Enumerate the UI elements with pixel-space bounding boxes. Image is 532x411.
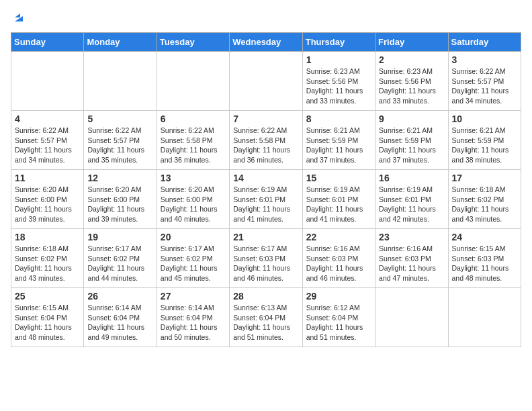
weekday-header-monday: Monday	[84, 33, 157, 52]
day-number: 4	[15, 113, 80, 124]
day-number: 5	[87, 113, 152, 124]
logo	[11, 11, 26, 24]
day-info: Sunrise: 6:22 AM Sunset: 5:58 PM Dayligh…	[161, 126, 218, 164]
day-number: 9	[379, 113, 444, 124]
day-info: Sunrise: 6:17 AM Sunset: 6:02 PM Dayligh…	[87, 244, 144, 282]
day-number: 7	[233, 113, 298, 124]
weekday-header-saturday: Saturday	[448, 33, 521, 52]
day-info: Sunrise: 6:23 AM Sunset: 5:56 PM Dayligh…	[306, 67, 363, 105]
day-number: 2	[379, 54, 444, 65]
day-number: 14	[233, 173, 298, 183]
day-number: 13	[161, 173, 226, 183]
calendar-week-3: 18Sunrise: 6:18 AM Sunset: 6:02 PM Dayli…	[11, 229, 521, 288]
calendar-week-4: 25Sunrise: 6:15 AM Sunset: 6:04 PM Dayli…	[11, 288, 521, 347]
day-info: Sunrise: 6:18 AM Sunset: 6:02 PM Dayligh…	[15, 244, 72, 282]
day-number: 10	[452, 113, 517, 124]
day-info: Sunrise: 6:20 AM Sunset: 6:00 PM Dayligh…	[15, 185, 72, 223]
calendar-week-0: 1Sunrise: 6:23 AM Sunset: 5:56 PM Daylig…	[11, 52, 521, 111]
day-number: 24	[452, 232, 517, 242]
calendar-cell: 19Sunrise: 6:17 AM Sunset: 6:02 PM Dayli…	[84, 229, 157, 288]
day-info: Sunrise: 6:14 AM Sunset: 6:04 PM Dayligh…	[161, 304, 218, 341]
weekday-header-row: SundayMondayTuesdayWednesdayThursdayFrid…	[11, 33, 521, 52]
calendar-cell: 15Sunrise: 6:19 AM Sunset: 6:01 PM Dayli…	[302, 170, 375, 229]
calendar-cell: 25Sunrise: 6:15 AM Sunset: 6:04 PM Dayli…	[11, 288, 84, 347]
calendar-cell	[11, 52, 84, 111]
day-info: Sunrise: 6:22 AM Sunset: 5:58 PM Dayligh…	[233, 126, 290, 164]
calendar-cell: 24Sunrise: 6:15 AM Sunset: 6:03 PM Dayli…	[448, 229, 521, 288]
calendar-week-1: 4Sunrise: 6:22 AM Sunset: 5:57 PM Daylig…	[11, 111, 521, 170]
calendar-cell: 5Sunrise: 6:22 AM Sunset: 5:57 PM Daylig…	[84, 111, 157, 170]
calendar-cell: 28Sunrise: 6:13 AM Sunset: 6:04 PM Dayli…	[230, 288, 302, 347]
day-info: Sunrise: 6:21 AM Sunset: 5:59 PM Dayligh…	[379, 126, 436, 164]
day-info: Sunrise: 6:22 AM Sunset: 5:57 PM Dayligh…	[87, 126, 144, 164]
calendar-cell: 2Sunrise: 6:23 AM Sunset: 5:56 PM Daylig…	[375, 52, 448, 111]
calendar-cell: 20Sunrise: 6:17 AM Sunset: 6:02 PM Dayli…	[157, 229, 229, 288]
header	[11, 11, 521, 24]
day-number: 11	[15, 173, 80, 183]
day-number: 28	[233, 291, 298, 302]
svg-marker-1	[15, 13, 20, 17]
day-info: Sunrise: 6:17 AM Sunset: 6:03 PM Dayligh…	[233, 244, 290, 282]
day-info: Sunrise: 6:16 AM Sunset: 6:03 PM Dayligh…	[379, 244, 436, 282]
day-number: 21	[233, 232, 298, 242]
day-number: 6	[161, 113, 226, 124]
calendar-cell: 8Sunrise: 6:21 AM Sunset: 5:59 PM Daylig…	[302, 111, 375, 170]
day-info: Sunrise: 6:15 AM Sunset: 6:04 PM Dayligh…	[15, 304, 72, 341]
calendar-cell: 12Sunrise: 6:20 AM Sunset: 6:00 PM Dayli…	[84, 170, 157, 229]
calendar-cell: 27Sunrise: 6:14 AM Sunset: 6:04 PM Dayli…	[157, 288, 229, 347]
day-number: 16	[379, 173, 444, 183]
calendar-cell: 26Sunrise: 6:14 AM Sunset: 6:04 PM Dayli…	[84, 288, 157, 347]
day-number: 23	[379, 232, 444, 242]
calendar-cell	[375, 288, 448, 347]
calendar-cell: 3Sunrise: 6:22 AM Sunset: 5:57 PM Daylig…	[448, 52, 521, 111]
calendar-cell: 18Sunrise: 6:18 AM Sunset: 6:02 PM Dayli…	[11, 229, 84, 288]
day-number: 29	[306, 291, 371, 302]
calendar-cell: 22Sunrise: 6:16 AM Sunset: 6:03 PM Dayli…	[302, 229, 375, 288]
day-info: Sunrise: 6:20 AM Sunset: 6:00 PM Dayligh…	[87, 185, 144, 223]
calendar-week-2: 11Sunrise: 6:20 AM Sunset: 6:00 PM Dayli…	[11, 170, 521, 229]
weekday-header-tuesday: Tuesday	[157, 33, 229, 52]
day-info: Sunrise: 6:19 AM Sunset: 6:01 PM Dayligh…	[379, 185, 436, 223]
day-number: 26	[87, 291, 152, 302]
calendar-cell: 11Sunrise: 6:20 AM Sunset: 6:00 PM Dayli…	[11, 170, 84, 229]
calendar-cell: 9Sunrise: 6:21 AM Sunset: 5:59 PM Daylig…	[375, 111, 448, 170]
day-info: Sunrise: 6:17 AM Sunset: 6:02 PM Dayligh…	[161, 244, 218, 282]
day-number: 25	[15, 291, 80, 302]
calendar-cell	[448, 288, 521, 347]
calendar-cell: 16Sunrise: 6:19 AM Sunset: 6:01 PM Dayli…	[375, 170, 448, 229]
day-info: Sunrise: 6:18 AM Sunset: 6:02 PM Dayligh…	[452, 185, 509, 223]
calendar-cell: 29Sunrise: 6:12 AM Sunset: 6:04 PM Dayli…	[302, 288, 375, 347]
day-number: 3	[452, 54, 517, 65]
calendar-cell: 6Sunrise: 6:22 AM Sunset: 5:58 PM Daylig…	[157, 111, 229, 170]
day-number: 20	[161, 232, 226, 242]
calendar-cell	[230, 52, 302, 111]
day-number: 15	[306, 173, 371, 183]
calendar-cell: 13Sunrise: 6:20 AM Sunset: 6:00 PM Dayli…	[157, 170, 229, 229]
day-info: Sunrise: 6:16 AM Sunset: 6:03 PM Dayligh…	[306, 244, 363, 282]
day-number: 1	[306, 54, 371, 65]
day-info: Sunrise: 6:12 AM Sunset: 6:04 PM Dayligh…	[306, 304, 363, 341]
weekday-header-friday: Friday	[375, 33, 448, 52]
day-number: 8	[306, 113, 371, 124]
weekday-header-sunday: Sunday	[11, 33, 84, 52]
calendar-cell: 14Sunrise: 6:19 AM Sunset: 6:01 PM Dayli…	[230, 170, 302, 229]
calendar-cell: 1Sunrise: 6:23 AM Sunset: 5:56 PM Daylig…	[302, 52, 375, 111]
day-info: Sunrise: 6:13 AM Sunset: 6:04 PM Dayligh…	[233, 304, 290, 341]
day-info: Sunrise: 6:21 AM Sunset: 5:59 PM Dayligh…	[306, 126, 363, 164]
day-number: 22	[306, 232, 371, 242]
day-info: Sunrise: 6:15 AM Sunset: 6:03 PM Dayligh…	[452, 244, 509, 282]
day-info: Sunrise: 6:21 AM Sunset: 5:59 PM Dayligh…	[452, 126, 509, 164]
calendar-cell: 10Sunrise: 6:21 AM Sunset: 5:59 PM Dayli…	[448, 111, 521, 170]
calendar-table: SundayMondayTuesdayWednesdayThursdayFrid…	[11, 32, 521, 347]
calendar-cell: 23Sunrise: 6:16 AM Sunset: 6:03 PM Dayli…	[375, 229, 448, 288]
weekday-header-thursday: Thursday	[302, 33, 375, 52]
day-info: Sunrise: 6:22 AM Sunset: 5:57 PM Dayligh…	[452, 67, 509, 105]
calendar-cell	[84, 52, 157, 111]
day-number: 19	[87, 232, 152, 242]
day-number: 17	[452, 173, 517, 183]
day-info: Sunrise: 6:19 AM Sunset: 6:01 PM Dayligh…	[306, 185, 363, 223]
day-info: Sunrise: 6:20 AM Sunset: 6:00 PM Dayligh…	[161, 185, 218, 223]
calendar-cell: 17Sunrise: 6:18 AM Sunset: 6:02 PM Dayli…	[448, 170, 521, 229]
day-info: Sunrise: 6:23 AM Sunset: 5:56 PM Dayligh…	[379, 67, 436, 105]
weekday-header-wednesday: Wednesday	[230, 33, 302, 52]
